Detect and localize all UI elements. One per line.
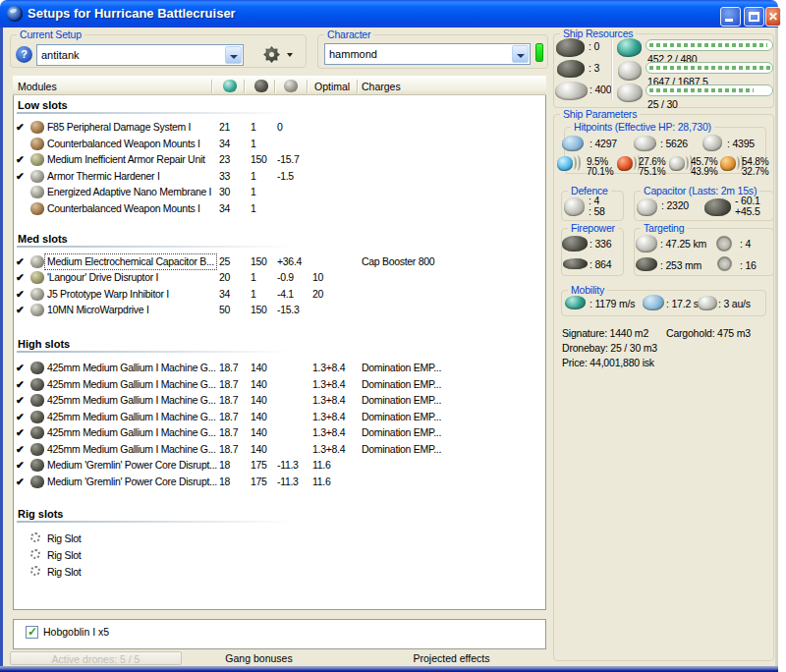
drone-checkbox[interactable] [26,626,38,639]
module-cpu: 34 [219,287,230,302]
module-cpu: 50 [219,303,230,317]
column-charges[interactable]: Charges [362,81,401,92]
firepower-label: Firepower [568,222,618,235]
column-optimal[interactable]: Optimal [314,81,350,92]
fitted-check-icon: ✔ [16,303,25,317]
modules-list-header[interactable]: Modules Optimal Charges [13,76,546,95]
module-name[interactable]: Medium 'Gremlin' Power Core Disrupt... [47,475,217,489]
module-row[interactable]: ✔Armor Thermic Hardener I331-1.5 [14,169,544,185]
fitted-check-icon: ✔ [16,377,25,392]
section-header: Rig slots [18,508,63,520]
drone-label[interactable]: Hobgoblin I x5 [43,626,109,638]
module-name[interactable]: 425mm Medium Gallium I Machine G... [47,393,216,408]
cpu-column-icon [223,80,237,92]
module-cpu: 18 [219,475,230,489]
minimize-button[interactable] [720,7,741,27]
module-name[interactable]: Rig Slot [47,548,81,563]
setup-combobox[interactable]: antitank [36,44,244,66]
module-name[interactable]: 425mm Medium Gallium I Machine G... [47,442,216,457]
autocannon-icon [30,411,44,423]
character-combobox[interactable]: hammond [324,43,531,65]
module-cpu: 20 [219,270,230,285]
module-row[interactable]: ✔425mm Medium Gallium I Machine G...18.7… [14,393,544,409]
module-row[interactable]: ✔425mm Medium Gallium I Machine G...18.7… [14,425,544,441]
fitted-check-icon: ✔ [16,287,25,302]
targeting-range-icon [636,235,657,252]
module-row[interactable]: ✔Medium 'Gremlin' Power Core Disrupt...1… [14,475,544,490]
module-name[interactable]: 425mm Medium Gallium I Machine G... [47,425,216,440]
autocannon-icon [30,378,44,391]
module-row[interactable]: Energized Adaptive Nano Membrane I301 [14,185,544,200]
module-name[interactable]: 'Langour' Drive Disruptor I [47,270,158,285]
section-underline [17,351,331,353]
module-row[interactable]: ✔'Langour' Drive Disruptor I201-0.910 [14,270,544,286]
module-name[interactable]: Medium 'Gremlin' Power Core Disrupt... [47,458,217,473]
close-button[interactable]: ✕ [765,7,781,27]
module-row[interactable]: ✔10MN MicroWarpdrive I50150-15.3 [14,303,544,318]
module-name[interactable]: F85 Peripheral Damage System I [47,120,191,135]
module-name[interactable]: Rig Slot [47,565,81,580]
module-pg: 1 [251,201,256,216]
fitted-check-icon: ✔ [16,169,25,184]
autocannon-icon [30,362,44,374]
rig-slot-icon [30,566,40,576]
setup-combobox-value: antitank [41,49,80,61]
module-pg: 140 [251,377,267,392]
module-pg: 140 [251,425,267,440]
module-row[interactable]: ✔425mm Medium Gallium I Machine G...18.7… [14,361,544,376]
module-name[interactable]: Rig Slot [47,532,81,546]
module-row[interactable]: ✔F85 Peripheral Damage System I2110 [14,120,544,136]
module-row[interactable]: Rig Slot [14,565,544,581]
setup-menu-button[interactable] [259,45,301,65]
capacitor-amount: : 2320 [661,200,689,211]
module-pg: 1 [251,270,256,285]
module-pg: 150 [251,254,267,269]
module-cap: -15.7 [277,152,299,167]
module-name[interactable]: Counterbalanced Weapon Mounts I [47,137,200,151]
shield-icon [562,136,584,151]
active-drones-button[interactable]: Active drones: 5 / 5 [10,651,182,665]
module-name[interactable]: Medium Inefficient Armor Repair Unit [47,152,205,167]
module-name[interactable]: J5 Prototype Warp Inhibitor I [47,287,169,302]
module-name[interactable]: Energized Adaptive Nano Membrane I [47,185,211,199]
module-name[interactable]: 425mm Medium Gallium I Machine G... [47,361,216,375]
module-row[interactable]: Counterbalanced Weapon Mounts I341 [14,137,544,152]
character-combobox-arrow[interactable] [512,45,529,63]
module-name[interactable]: Counterbalanced Weapon Mounts I [47,201,200,216]
module-row[interactable]: ✔425mm Medium Gallium I Machine G...18.7… [14,377,544,393]
gang-bonuses-button[interactable]: Gang bonuses [173,651,345,665]
module-name[interactable]: 425mm Medium Gallium I Machine G... [47,377,216,392]
warp-speed-icon [698,296,717,310]
module-row[interactable]: Counterbalanced Weapon Mounts I341 [14,201,544,217]
module-row[interactable]: Rig Slot [14,532,544,547]
armor-hp-value: : 5626 [660,139,688,149]
module-name[interactable]: 425mm Medium Gallium I Machine G... [47,410,216,424]
module-row[interactable]: ✔Medium Inefficient Armor Repair Unit231… [14,152,544,168]
module-cap: -11.3 [277,458,299,473]
module-cpu: 18.7 [219,410,238,424]
module-name[interactable]: 10MN MicroWarpdrive I [47,303,149,317]
module-name[interactable]: Armor Thermic Hardener I [47,169,160,184]
module-row[interactable]: ✔J5 Prototype Warp Inhibitor I341-4.120 [14,287,544,303]
fitted-check-icon: ✔ [16,152,25,167]
module-row[interactable]: ✔Medium 'Gremlin' Power Core Disrupt...1… [14,458,544,474]
module-charge: Domination EMP... [362,425,441,440]
module-charge: Domination EMP... [362,410,441,424]
missile-dps-icon [563,258,588,269]
module-cpu: 23 [219,152,230,167]
help-icon[interactable]: ? [16,46,32,63]
max-targets-value: : 4 [740,239,751,250]
module-row[interactable]: ✔425mm Medium Gallium I Machine G...18.7… [14,442,544,458]
module-row[interactable]: ✔425mm Medium Gallium I Machine G...18.7… [14,410,544,425]
setup-combobox-arrow[interactable] [225,46,242,64]
column-modules[interactable]: Modules [18,81,57,92]
module-row[interactable]: Rig Slot [14,548,544,564]
projected-effects-button[interactable]: Projected effects [365,651,537,665]
module-name[interactable]: Medium Electrochemical Capacitor B... [45,254,216,269]
module-cap: -15.3 [277,303,299,317]
module-pg: 140 [251,410,267,424]
maximize-button[interactable] [744,7,764,27]
module-row[interactable]: ✔Medium Electrochemical Capacitor B...25… [14,254,544,270]
module-charge: Domination EMP... [362,361,441,375]
autocannon-icon [30,443,44,456]
